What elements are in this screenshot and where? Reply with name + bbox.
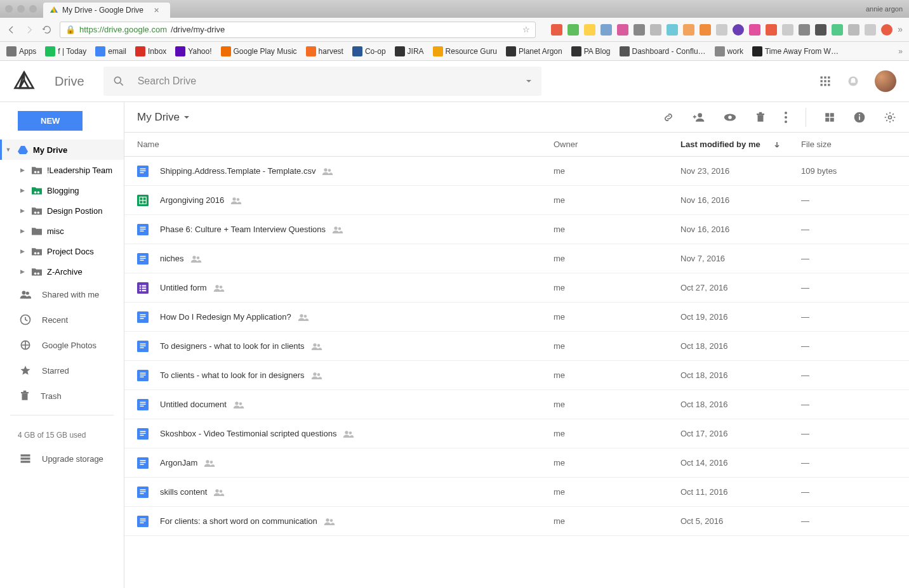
ext-icon[interactable] xyxy=(617,24,628,36)
app-logo-icon[interactable] xyxy=(13,70,36,93)
bookmark-item[interactable]: Planet Argon xyxy=(506,46,562,56)
ext-icon[interactable] xyxy=(848,24,859,36)
new-button[interactable]: NEW xyxy=(18,111,83,131)
sidebar-item[interactable]: Google Photos xyxy=(0,332,124,358)
bookmark-item[interactable]: Co-op xyxy=(352,46,386,56)
file-row[interactable]: ArgonJammeOct 14, 2016— xyxy=(124,448,909,478)
disclosure-right-icon[interactable]: ▶ xyxy=(18,228,27,234)
bookmark-item[interactable]: email xyxy=(95,46,126,56)
bookmark-item[interactable]: work xyxy=(715,46,743,56)
nav-reload-icon[interactable] xyxy=(42,25,52,35)
file-row[interactable]: Untitled documentmeOct 18, 2016— xyxy=(124,390,909,419)
disclosure-right-icon[interactable]: ▶ xyxy=(18,167,27,173)
search-box[interactable] xyxy=(103,67,541,96)
ext-icon[interactable] xyxy=(683,24,694,36)
sidebar-item[interactable]: Starred xyxy=(0,358,124,383)
disclosure-down-icon[interactable]: ▼ xyxy=(4,147,13,153)
settings-gear-icon[interactable] xyxy=(884,111,896,124)
disclosure-right-icon[interactable]: ▶ xyxy=(18,248,27,254)
ext-icon[interactable] xyxy=(584,24,595,36)
bookmark-item[interactable]: Inbox xyxy=(135,46,166,56)
link-icon[interactable] xyxy=(662,111,675,124)
ext-icon[interactable] xyxy=(700,24,711,36)
file-row[interactable]: To designers - what to look for in clien… xyxy=(124,332,909,361)
info-icon[interactable] xyxy=(853,111,866,124)
bookmark-item[interactable]: Dashboard - Conflu… xyxy=(620,46,706,56)
bookmark-item[interactable]: Time Away From W… xyxy=(752,46,839,56)
ext-icon[interactable] xyxy=(667,24,678,36)
bookmark-item[interactable]: f | Today xyxy=(45,46,86,56)
file-row[interactable]: nichesmeNov 7, 2016— xyxy=(124,244,909,273)
bookmark-item[interactable]: Yahoo! xyxy=(175,46,211,56)
ext-icon[interactable] xyxy=(815,24,826,36)
url-bar[interactable]: 🔒 https://drive.google.com/drive/my-driv… xyxy=(60,22,536,38)
col-owner[interactable]: Owner xyxy=(554,140,680,149)
profile-name[interactable]: annie argon xyxy=(866,5,903,13)
disclosure-right-icon[interactable]: ▶ xyxy=(18,187,27,193)
ext-icon[interactable] xyxy=(766,24,777,36)
col-name[interactable]: Name xyxy=(137,140,554,149)
folder-item[interactable]: ▶Z-Archive xyxy=(0,261,124,282)
folder-item[interactable]: ▶Blogging xyxy=(0,180,124,200)
search-dropdown-icon[interactable] xyxy=(525,77,533,85)
breadcrumb[interactable]: My Drive xyxy=(137,111,190,124)
browser-tab[interactable]: My Drive - Google Drive ✕ xyxy=(43,3,170,18)
file-row[interactable]: Argongiving 2016meNov 16, 2016— xyxy=(124,186,909,215)
ext-icon[interactable] xyxy=(567,24,579,36)
minimize-window-icon[interactable] xyxy=(17,5,25,13)
bookmarks-overflow-icon[interactable]: » xyxy=(898,47,903,56)
file-row[interactable]: Shipping.Address.Template - Template.csv… xyxy=(124,157,909,186)
ext-icon[interactable] xyxy=(799,24,810,36)
ext-icon[interactable] xyxy=(832,24,843,36)
user-avatar[interactable] xyxy=(875,70,896,92)
folder-item[interactable]: ▶misc xyxy=(0,221,124,241)
app-brand[interactable]: Drive xyxy=(55,74,84,89)
ext-icon[interactable] xyxy=(865,24,876,36)
file-row[interactable]: For clients: a short word on communicati… xyxy=(124,507,909,536)
col-modified[interactable]: Last modified by me xyxy=(680,140,801,149)
bookmark-item[interactable]: JIRA xyxy=(395,46,424,56)
sidebar-item[interactable]: Shared with me xyxy=(0,282,124,307)
bookmark-item[interactable]: Resource Guru xyxy=(433,46,497,56)
bookmark-item[interactable]: Apps xyxy=(6,46,36,56)
search-input[interactable] xyxy=(138,75,512,87)
maximize-window-icon[interactable] xyxy=(29,5,37,13)
nav-back-icon[interactable] xyxy=(6,25,17,35)
grid-view-icon[interactable] xyxy=(824,112,835,123)
folder-item[interactable]: ▶Design Postion xyxy=(0,200,124,221)
col-size[interactable]: File size xyxy=(801,140,896,149)
more-vert-icon[interactable] xyxy=(784,111,788,124)
trash-icon[interactable] xyxy=(755,111,766,124)
share-person-icon[interactable] xyxy=(693,111,705,124)
ext-icon[interactable] xyxy=(650,24,661,36)
ext-icon[interactable] xyxy=(749,24,760,36)
tree-root[interactable]: ▼ My Drive xyxy=(0,140,124,160)
ext-icon[interactable] xyxy=(600,24,612,36)
file-row[interactable]: How Do I Redesign My Application?meOct 1… xyxy=(124,303,909,332)
notifications-icon[interactable] xyxy=(847,75,859,88)
folder-item[interactable]: ▶Project Docs xyxy=(0,241,124,261)
overflow-icon[interactable]: » xyxy=(898,24,903,36)
sidebar-item[interactable]: Recent xyxy=(0,307,124,332)
file-row[interactable]: Untitled formmeOct 27, 2016— xyxy=(124,273,909,303)
bookmark-star-icon[interactable]: ☆ xyxy=(522,25,530,34)
ext-icon[interactable] xyxy=(733,24,744,36)
close-window-icon[interactable] xyxy=(5,5,13,13)
ext-icon[interactable] xyxy=(634,24,645,36)
upgrade-storage[interactable]: Upgrade storage xyxy=(0,446,124,471)
file-row[interactable]: Skoshbox - Video Testimonial scripted qu… xyxy=(124,419,909,448)
ext-icon[interactable] xyxy=(716,24,727,36)
bookmark-item[interactable]: Google Play Music xyxy=(221,46,297,56)
disclosure-right-icon[interactable]: ▶ xyxy=(18,268,27,275)
bookmark-item[interactable]: harvest xyxy=(306,46,343,56)
preview-eye-icon[interactable] xyxy=(723,110,737,124)
file-row[interactable]: skills contentmeOct 11, 2016— xyxy=(124,478,909,507)
ext-icon[interactable] xyxy=(551,24,562,36)
bookmark-item[interactable]: PA Blog xyxy=(571,46,611,56)
ext-icon[interactable] xyxy=(881,24,892,36)
disclosure-right-icon[interactable]: ▶ xyxy=(18,207,27,214)
ext-icon[interactable] xyxy=(782,24,793,36)
file-row[interactable]: To clients - what to look for in designe… xyxy=(124,361,909,390)
folder-item[interactable]: ▶!Leadership Team xyxy=(0,160,124,180)
tab-close-icon[interactable]: ✕ xyxy=(154,6,159,15)
